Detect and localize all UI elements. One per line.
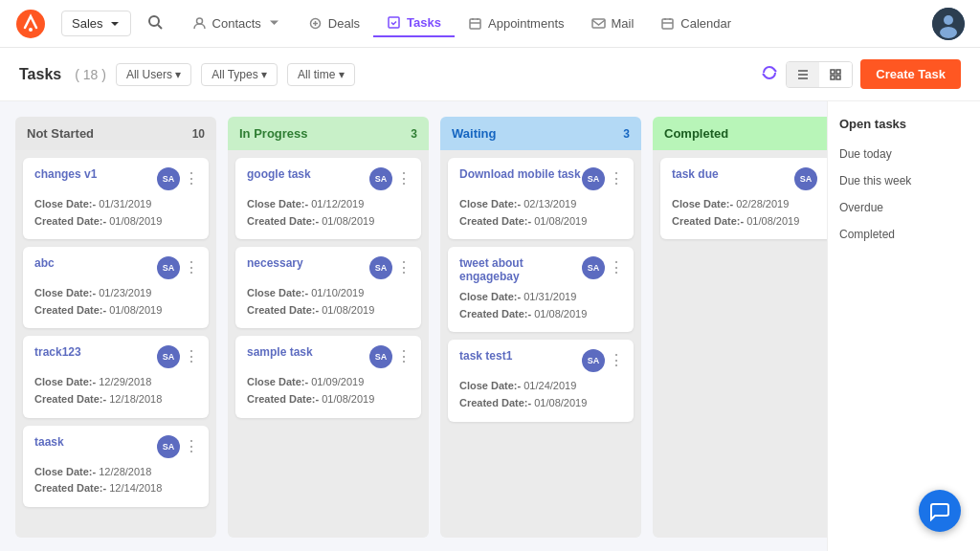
grid-view-button[interactable] xyxy=(819,62,852,87)
chat-button[interactable] xyxy=(919,490,961,532)
task-created-date: Created Date:- 01/08/2019 xyxy=(247,391,412,408)
task-close-date: Close Date:- 01/31/2019 xyxy=(34,196,199,213)
nav-deals-label: Deals xyxy=(328,16,360,31)
nav-calendar[interactable]: Calendar xyxy=(647,11,745,36)
nav-contacts[interactable]: Contacts xyxy=(179,11,295,36)
more-options-button[interactable]: ⋮ xyxy=(396,260,412,276)
sidebar-link-due-today[interactable]: Due today xyxy=(839,143,969,165)
nav-appointments[interactable]: Appointments xyxy=(455,11,578,36)
task-created-date: Created Date:- 01/08/2019 xyxy=(247,213,412,231)
refresh-button[interactable] xyxy=(761,64,778,84)
task-name[interactable]: taask xyxy=(34,435,157,449)
filter-all-types[interactable]: All Types ▾ xyxy=(201,63,278,86)
task-close-date: Close Date:- 01/31/2019 xyxy=(459,289,624,306)
avatar[interactable] xyxy=(932,8,965,40)
column-completed: Completed 1 task due SA ⋮ Close Date:- 0… xyxy=(653,117,827,538)
task-card-header: sample task SA ⋮ xyxy=(247,345,412,368)
more-options-button[interactable]: ⋮ xyxy=(184,260,199,276)
nav-contacts-label: Contacts xyxy=(212,16,261,31)
task-name[interactable]: changes v1 xyxy=(34,167,157,181)
task-created-date: Created Date:- 01/08/2019 xyxy=(34,302,199,320)
column-body-in-progress: google task SA ⋮ Close Date:- 01/12/2019… xyxy=(228,150,429,538)
nav-tasks[interactable]: Tasks xyxy=(373,10,455,37)
svg-point-11 xyxy=(944,15,953,25)
sidebar-link-overdue[interactable]: Overdue xyxy=(839,196,969,219)
column-body-not-started: changes v1 SA ⋮ Close Date:- 01/31/2019 … xyxy=(15,150,216,538)
svg-point-12 xyxy=(940,27,957,38)
right-sidebar: Open tasks Due today Due this week Overd… xyxy=(827,101,980,551)
nav-deals[interactable]: Deals xyxy=(295,11,373,36)
top-navigation: Sales Contacts Deals Tasks Appointments … xyxy=(0,0,980,48)
svg-rect-7 xyxy=(470,19,480,29)
task-name[interactable]: task test1 xyxy=(459,349,582,363)
chat-icon xyxy=(929,500,950,521)
task-name[interactable]: track123 xyxy=(34,345,157,359)
column-title-waiting: Waiting xyxy=(452,126,496,141)
task-close-date: Close Date:- 12/29/2018 xyxy=(34,374,199,391)
task-name[interactable]: tweet about engagebay xyxy=(459,256,582,283)
column-waiting: Waiting 3 Download mobile task SA ⋮ Clos… xyxy=(440,117,641,538)
task-card-header: google task SA ⋮ xyxy=(247,167,412,190)
task-name[interactable]: task due xyxy=(672,167,794,181)
main-content: Not Started 10 changes v1 SA ⋮ Close Dat… xyxy=(0,101,980,551)
filter-all-time[interactable]: All time ▾ xyxy=(287,63,355,86)
column-header-in-progress: In Progress 3 xyxy=(228,117,429,150)
sales-label: Sales xyxy=(72,16,103,31)
more-options-button[interactable]: ⋮ xyxy=(609,260,624,276)
svg-rect-8 xyxy=(592,19,605,28)
app-logo[interactable] xyxy=(15,9,46,39)
task-card: tweet about engagebay SA ⋮ Close Date:- … xyxy=(448,247,634,332)
sidebar-section-title: Open tasks xyxy=(839,117,969,131)
create-task-button[interactable]: Create Task xyxy=(860,59,961,89)
task-close-date: Close Date:- 01/09/2019 xyxy=(247,374,412,391)
user-avatar: SA xyxy=(157,345,180,368)
task-card: task due SA ⋮ Close Date:- 02/28/2019 Cr… xyxy=(660,158,827,239)
sidebar-link-completed[interactable]: Completed xyxy=(839,223,969,246)
task-card-header: Download mobile task SA ⋮ xyxy=(459,167,624,190)
tasks-icon xyxy=(387,15,401,30)
task-created-date: Created Date:- 01/08/2019 xyxy=(34,213,199,231)
mail-icon xyxy=(591,16,606,31)
column-not-started: Not Started 10 changes v1 SA ⋮ Close Dat… xyxy=(15,117,216,538)
svg-rect-17 xyxy=(836,70,840,74)
more-options-button[interactable]: ⋮ xyxy=(184,439,199,454)
task-created-date: Created Date:- 01/08/2019 xyxy=(459,395,624,412)
more-options-button[interactable]: ⋮ xyxy=(184,349,199,364)
svg-point-1 xyxy=(29,28,33,32)
deals-icon xyxy=(308,16,323,31)
task-close-date: Close Date:- 02/13/2019 xyxy=(459,196,624,213)
user-avatar: SA xyxy=(582,167,605,190)
header-right: Create Task xyxy=(761,59,961,89)
more-options-button[interactable]: ⋮ xyxy=(609,353,624,368)
task-card: abc SA ⋮ Close Date:- 01/23/2019 Created… xyxy=(23,247,209,328)
column-count-not-started: 10 xyxy=(192,127,205,141)
task-created-date: Created Date:- 01/08/2019 xyxy=(672,213,827,231)
nav-mail[interactable]: Mail xyxy=(578,11,648,36)
filter-all-users[interactable]: All Users ▾ xyxy=(116,63,191,86)
user-avatar: SA xyxy=(369,167,392,190)
column-count-in-progress: 3 xyxy=(411,127,417,141)
task-name[interactable]: Download mobile task xyxy=(459,167,582,181)
task-card: changes v1 SA ⋮ Close Date:- 01/31/2019 … xyxy=(23,158,209,239)
column-in-progress: In Progress 3 google task SA ⋮ Close Dat… xyxy=(228,117,429,538)
list-view-button[interactable] xyxy=(787,62,819,87)
task-name[interactable]: abc xyxy=(34,256,157,270)
more-options-button[interactable]: ⋮ xyxy=(396,349,412,364)
sales-dropdown[interactable]: Sales xyxy=(61,11,131,36)
column-header-waiting: Waiting 3 xyxy=(440,117,641,150)
task-name[interactable]: google task xyxy=(247,167,369,181)
more-options-button[interactable]: ⋮ xyxy=(184,171,199,187)
column-header-not-started: Not Started 10 xyxy=(15,117,216,150)
svg-rect-19 xyxy=(836,76,840,79)
svg-point-4 xyxy=(196,18,202,24)
search-button[interactable] xyxy=(146,13,164,33)
task-card: necessary SA ⋮ Close Date:- 01/10/2019 C… xyxy=(235,247,421,328)
task-name[interactable]: necessary xyxy=(247,256,369,270)
column-body-completed: task due SA ⋮ Close Date:- 02/28/2019 Cr… xyxy=(653,150,827,538)
more-options-button[interactable]: ⋮ xyxy=(609,171,624,187)
task-card-header: abc SA ⋮ xyxy=(34,256,199,279)
task-name[interactable]: sample task xyxy=(247,345,369,359)
more-options-button[interactable]: ⋮ xyxy=(396,171,412,187)
sidebar-link-due-week[interactable]: Due this week xyxy=(839,169,969,192)
nav-tasks-label: Tasks xyxy=(407,15,441,30)
